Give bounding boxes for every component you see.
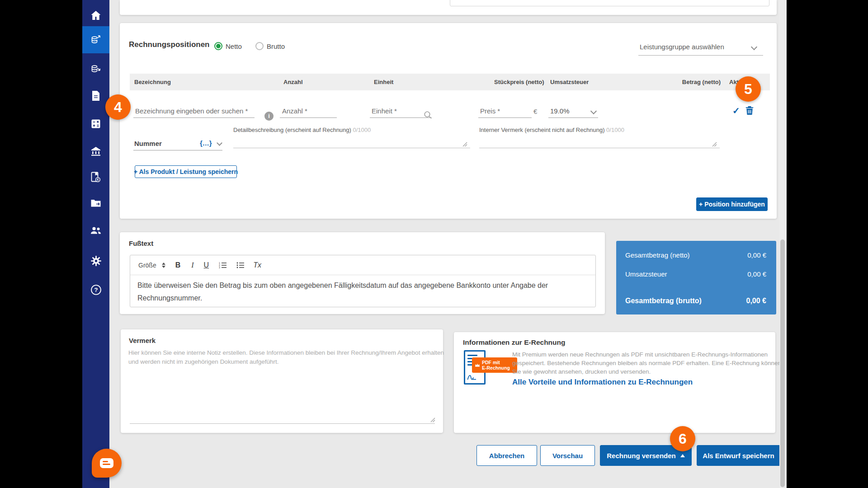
sidebar-item-accounting[interactable] bbox=[82, 111, 109, 136]
token-chevron-down-icon[interactable] bbox=[217, 140, 222, 146]
brutto-radio[interactable] bbox=[255, 42, 264, 50]
anzahl-underline bbox=[280, 117, 337, 118]
cashbook-euro-icon: € bbox=[90, 172, 101, 183]
detail-textarea[interactable] bbox=[233, 148, 470, 148]
font-size-select[interactable]: Größe bbox=[138, 262, 156, 269]
unordered-list-icon[interactable] bbox=[236, 262, 244, 268]
add-position-button[interactable]: + Position hinzufügen bbox=[696, 197, 768, 211]
sidebar-item-contacts[interactable] bbox=[82, 218, 109, 243]
send-options-chevron-up-icon bbox=[680, 454, 685, 457]
sales-invoices-icon bbox=[90, 34, 102, 46]
detail-description-label: Detailbeschreibung (erscheint auf Rechnu… bbox=[233, 127, 371, 133]
search-icon bbox=[424, 111, 432, 119]
sidebar-item-sales-invoices[interactable] bbox=[82, 26, 109, 53]
vermerk-placeholder-line1[interactable]: Hier können Sie eine interne Notiz erste… bbox=[128, 349, 444, 356]
total-brutto-value: 0,00 € bbox=[746, 297, 766, 305]
positions-card: Rechnungspositionen Netto Brutto Leistun… bbox=[120, 23, 777, 219]
sidebar-item-home[interactable] bbox=[82, 3, 109, 28]
bank-icon bbox=[90, 145, 101, 156]
sidebar-item-help[interactable]: ? bbox=[82, 277, 109, 302]
folder-export-icon bbox=[90, 198, 101, 208]
sidebar-item-purchases[interactable] bbox=[82, 56, 109, 81]
bold-button[interactable]: B bbox=[175, 261, 181, 269]
netto-radio[interactable] bbox=[214, 42, 222, 50]
badge-text: PDF mitE-Rechnung bbox=[482, 360, 510, 371]
placeholder-token-dropdown[interactable]: {…} bbox=[200, 139, 212, 147]
vermerk-placeholder-line2[interactable]: und werden nicht im zugehörigen Dokument… bbox=[128, 358, 278, 365]
erechnung-text-line1: Mit Premium werden neue Rechnungen als P… bbox=[512, 351, 768, 358]
preview-button[interactable]: Vorschau bbox=[540, 445, 595, 466]
sidebar-item-settings[interactable] bbox=[82, 248, 109, 273]
vat-select[interactable]: 19.0% bbox=[550, 107, 570, 115]
top-input-box-partial[interactable] bbox=[450, 0, 769, 6]
step-badge-6: 6 bbox=[670, 426, 695, 451]
col-bezeichnung: Bezeichnung bbox=[134, 79, 171, 85]
footer-text-title: Fußtext bbox=[129, 239, 153, 247]
positions-table-header: Bezeichnung Anzahl Einheit Stückpreis (n… bbox=[130, 74, 770, 90]
sidebar-item-files[interactable] bbox=[82, 191, 109, 216]
total-vat-label: Umsatzsteuer bbox=[625, 270, 667, 278]
service-group-select[interactable]: Leistungsgruppe auswählen bbox=[640, 43, 724, 51]
bezeichnung-underline bbox=[133, 117, 255, 118]
scrollbar-thumb[interactable] bbox=[780, 239, 785, 487]
help-icon: ? bbox=[90, 284, 102, 296]
cancel-button[interactable]: Abbrechen bbox=[476, 445, 537, 466]
col-stueckpreis: Stückpreis (netto) bbox=[494, 79, 544, 85]
erechnung-link[interactable]: Alle Vorteile und Informationen zu E-Rec… bbox=[512, 378, 693, 387]
purchases-icon bbox=[90, 63, 102, 75]
resize-handle-icon[interactable] bbox=[462, 141, 467, 147]
step-badge-4: 4 bbox=[105, 94, 131, 120]
internal-textarea[interactable] bbox=[479, 148, 720, 148]
service-group-underline bbox=[638, 55, 763, 56]
internal-note-count: 0/1000 bbox=[606, 127, 624, 133]
erechnung-card: Informationen zur E-Rechnung PDF mitE-Re… bbox=[454, 332, 775, 433]
einheit-input[interactable]: Einheit * bbox=[372, 107, 397, 115]
footer-text-line2[interactable]: Rechnungsnummer. bbox=[137, 294, 202, 302]
save-as-product-button[interactable]: + Als Produkt / Leistung speichern bbox=[135, 165, 237, 178]
underline-button[interactable]: U bbox=[204, 261, 209, 269]
info-icon[interactable]: i bbox=[264, 112, 274, 121]
confirm-row-button[interactable]: ✓ bbox=[732, 105, 740, 116]
crown-icon bbox=[475, 363, 480, 367]
vermerk-title: Vermerk bbox=[129, 337, 156, 344]
resize-handle-icon[interactable] bbox=[430, 417, 435, 422]
chat-bubble-icon bbox=[100, 458, 113, 468]
sidebar-item-cashbook[interactable]: € bbox=[82, 164, 109, 190]
bezeichnung-input[interactable]: Bezeichnung eingeben oder suchen * bbox=[135, 107, 248, 115]
col-einheit: Einheit bbox=[374, 79, 393, 85]
footer-text-line1[interactable]: Bitte überweisen Sie den Betrag bis zum … bbox=[137, 282, 548, 290]
sidebar: € ? bbox=[82, 0, 109, 488]
netto-radio-label[interactable]: Netto bbox=[226, 42, 242, 50]
col-umsatzsteuer: Umsatzsteuer bbox=[550, 79, 589, 85]
chevron-down-icon[interactable] bbox=[751, 44, 757, 50]
send-invoice-label: Rechnung versenden bbox=[607, 452, 676, 460]
save-draft-button[interactable]: Als Entwurf speichern bbox=[697, 445, 780, 466]
clear-format-button[interactable]: Tx bbox=[253, 261, 261, 269]
resize-handle-icon[interactable] bbox=[712, 141, 717, 147]
italic-button[interactable]: I bbox=[191, 261, 193, 269]
contacts-icon bbox=[90, 225, 102, 235]
ordered-list-icon[interactable]: 123 bbox=[219, 262, 226, 268]
app-window: € ? bbox=[0, 0, 868, 488]
delete-row-trash-icon[interactable] bbox=[745, 106, 754, 115]
pdf-erechnung-badge: PDF mitE-Rechnung bbox=[472, 357, 517, 373]
internal-note-label: Interner Vermerk (erscheint nicht auf Re… bbox=[479, 127, 624, 133]
preis-input[interactable]: Preis * bbox=[480, 107, 500, 115]
size-updown-icon[interactable] bbox=[162, 263, 165, 268]
gear-icon bbox=[90, 255, 102, 267]
vermerk-textarea[interactable] bbox=[130, 423, 435, 424]
sidebar-item-bank[interactable] bbox=[82, 138, 109, 164]
total-netto-value: 0,00 € bbox=[747, 251, 766, 259]
nummer-label: Nummer bbox=[134, 140, 162, 147]
vat-chevron-down-icon[interactable] bbox=[590, 108, 597, 114]
top-card-partial bbox=[120, 0, 777, 15]
anzahl-input[interactable]: Anzahl * bbox=[282, 107, 307, 115]
editor-toolbar: Größe B I U 123 Tx bbox=[130, 255, 595, 275]
svg-text:3: 3 bbox=[219, 266, 220, 268]
total-vat-value: 0,00 € bbox=[747, 270, 766, 278]
footer-text-card: Fußtext Größe B I U 123 Tx Bitte überwei… bbox=[120, 232, 605, 314]
currency-symbol: € bbox=[533, 108, 537, 115]
nummer-underline bbox=[133, 150, 222, 150]
brutto-radio-label[interactable]: Brutto bbox=[267, 42, 285, 50]
chat-launcher[interactable] bbox=[92, 449, 122, 478]
